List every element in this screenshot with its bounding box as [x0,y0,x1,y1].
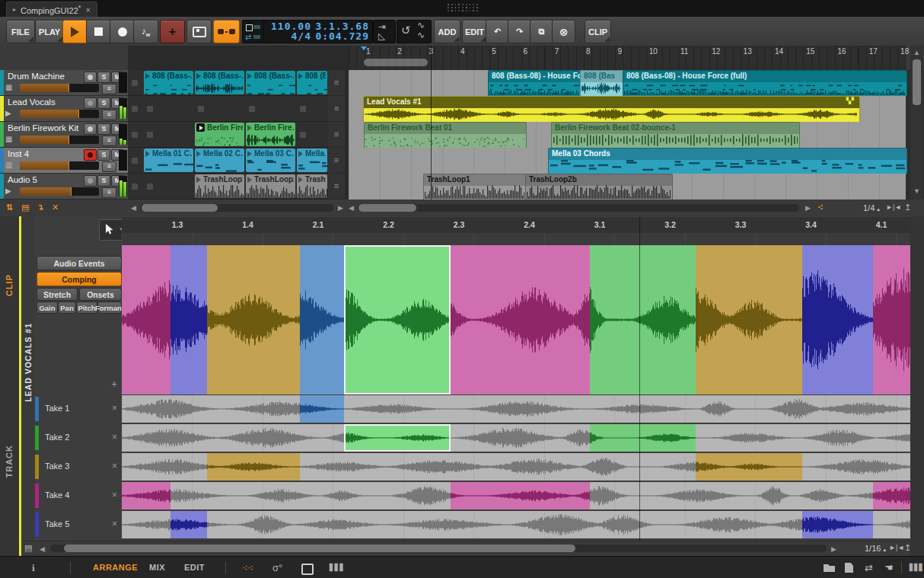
clip-stop-cell[interactable] [128,70,144,96]
clip-play-icon[interactable] [196,73,201,79]
panel-columns-icon[interactable]: ⦀⦀⦀ [329,562,344,574]
editor-hscrollbar[interactable] [50,544,827,552]
arranger-clip[interactable]: Berlin Firework Beat 02-bounce-1 [551,122,800,148]
clip-slot[interactable]: Berlin Fire… [245,122,297,148]
take-remove-icon[interactable]: × [112,490,117,500]
record-arm-button[interactable] [84,97,97,109]
footer-tab-arrange[interactable]: ARRANGE [93,563,138,572]
clip-slot[interactable] [143,174,195,200]
clip-slot[interactable] [143,122,195,148]
browser-folder-icon[interactable] [824,564,835,572]
time-signature-display[interactable]: 4/4 [264,31,311,42]
launcher-clip[interactable]: TrashLoop1 [195,174,244,198]
launcher-clip[interactable]: 808 (Bass-… [246,71,295,94]
punch-panel[interactable]: ⇥ ◺ [373,20,396,43]
editor-snap-value[interactable]: 1/16 ▴ [865,544,886,553]
track-header-1[interactable]: Drum MachineSM▦≡ [0,70,128,96]
clip-slot[interactable]: 808 (Bass-… [194,70,246,96]
clip-slot[interactable]: TrashLoop1 [194,174,246,200]
launcher-clip[interactable]: Mella 03 C… [246,148,295,172]
footer-tab-mix[interactable]: MIX [149,563,165,572]
volume-fader[interactable] [20,136,99,144]
comp-takes-icon[interactable]: ▚▘ [846,97,857,104]
arranger-clip[interactable]: TrashLoop2b [525,174,673,200]
comp-segment-take3[interactable] [696,245,802,394]
take-remove-icon[interactable]: × [112,519,117,529]
comp-segment-take5[interactable] [170,245,207,394]
record-arm-button[interactable] [84,123,97,135]
overdub-button[interactable]: ♪w [133,20,158,43]
clip-play-icon[interactable] [145,73,150,79]
record-arm-button[interactable] [84,149,97,161]
volume-fader[interactable] [20,187,99,196]
clip-play-icon[interactable] [247,73,252,79]
clip-slot[interactable]: Berlin Fire… [194,122,246,148]
take-layers-icon[interactable]: ▤ [24,543,32,553]
follow-playback-icon[interactable]: ↴ [37,203,43,212]
arranger-lane-1[interactable]: 808 (Bass-08) - House Force (808 (Bas808… [349,70,906,97]
launcher-clip[interactable]: TrashLoop2b [246,174,295,198]
delete-button[interactable]: ⊗ [552,20,575,43]
record-arm-button[interactable] [84,72,97,83]
display-profile-button[interactable] [186,20,212,43]
take-lane-3[interactable] [122,453,910,481]
solo-button[interactable]: S [97,97,110,109]
duplicate-button[interactable]: ⧉ [530,20,553,43]
clear-icon[interactable]: ✕ [52,203,59,212]
clip-slot[interactable]: Mella 01 C… [143,148,195,174]
transport-display[interactable]: 110.00 4/4 3.1.3.68 0:04.729 [263,20,373,43]
stop-button[interactable] [86,20,111,43]
launcher-clip[interactable]: Mella… [297,148,327,172]
dashboard-button[interactable] [213,20,240,43]
volume-fader[interactable] [20,84,99,92]
clip-play-icon[interactable] [298,73,303,79]
clip-slot[interactable]: 808 (Bass-… [296,70,329,96]
editor-scroll-right-icon[interactable]: ▶ [831,545,836,553]
take-lane-2[interactable] [122,424,910,452]
add-lane-icon[interactable]: + [111,378,117,390]
clip-play-icon[interactable] [298,151,303,157]
comp-segment-take5[interactable] [802,245,873,394]
scene-row-menu-icon[interactable]: ≡ [328,174,345,200]
link-icon[interactable]: σ° [272,562,282,573]
undo-button[interactable]: ↶ [486,20,509,43]
comp-segment-take4[interactable] [122,245,170,394]
launcher-clip[interactable]: Trash… [297,174,327,198]
scroll-up-icon[interactable]: ▲ [913,49,920,56]
pan-button[interactable]: Pan [58,302,76,314]
track-menu-icon[interactable]: ≡ [102,161,116,172]
arranger-vscrollbar[interactable]: ▲ ▼ [910,46,923,200]
clip-play-icon[interactable] [196,151,201,157]
zoom-to-fit-icon[interactable]: ►|◄ [886,203,901,211]
launcher-clip[interactable]: Berlin Fire… [195,123,244,146]
launcher-clip[interactable]: 808 (Bass-… [195,71,244,94]
track-header-5[interactable]: Audio 5SM▶≡ [0,174,128,200]
comp-segment-take4[interactable] [451,245,590,394]
clip-play-icon[interactable] [247,177,252,183]
arranger-clip[interactable]: 808 (Bas [580,70,624,97]
clip-play-icon[interactable] [196,177,201,183]
piano-keys-icon[interactable]: ⦀⦀⦀ [909,562,923,574]
solo-button[interactable]: S [97,123,110,135]
clip-slot[interactable]: Mella 03 C… [245,148,297,174]
onsets-button[interactable]: Onsets [79,288,122,301]
editor-zoom-to-fit-icon[interactable]: ►|◄ [889,544,904,551]
comp-segment-take3[interactable] [207,245,300,394]
clip-slot[interactable] [245,96,297,122]
take-header-5[interactable]: Take 5× [35,511,122,538]
focus-mode-icon[interactable] [301,564,314,575]
track-header-4[interactable]: Inst 4SM▥≡ [0,148,128,174]
take-remove-icon[interactable]: × [112,461,117,471]
clip-play-icon[interactable] [247,125,252,131]
clip-slot[interactable] [296,96,329,122]
loop-automation-panel[interactable]: ↺ ∿ ∿ [397,20,432,43]
solo-button[interactable]: S [97,72,110,83]
volume-fader[interactable] [20,110,99,118]
comp-segment-take2[interactable] [590,245,696,394]
arranger-clip[interactable]: Mella 03 Chords [548,148,907,174]
clip-slot[interactable]: Mella 02 C… [194,148,246,174]
pitch-button[interactable]: Pitch [76,302,97,314]
file-panel-icon[interactable] [845,563,853,573]
record-button[interactable] [110,20,135,43]
launcher-clip[interactable]: Mella 02 C… [195,148,244,172]
